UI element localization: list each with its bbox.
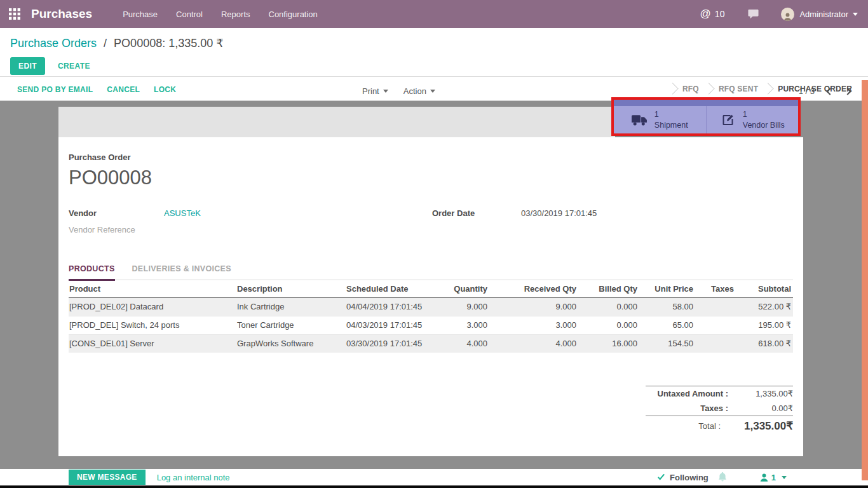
cell-unit-price: 154.50 (639, 334, 695, 353)
form-background: 1Shipment1Vendor Bills Purchase Order PO… (0, 101, 868, 469)
cell-product: [CONS_DEL01] Server (69, 334, 235, 353)
total-value: 1,335.00₹ (729, 419, 793, 433)
cell-billed-qty: 16.000 (578, 334, 639, 353)
print-dropdown[interactable]: Print (362, 86, 388, 96)
pipeline-chevron-icon (703, 83, 714, 94)
new-message-button[interactable]: NEW MESSAGE (69, 470, 146, 485)
column-header-quantity: Quantity (441, 280, 489, 297)
followers-dropdown[interactable]: 1 (760, 473, 787, 482)
taxes-row: Taxes : 0.00₹ (646, 401, 793, 416)
cell-scheduled-date: 03/30/2019 17:01:45 (344, 334, 441, 353)
cell-subtotal: 618.00 ₹ (736, 334, 793, 353)
create-button[interactable]: CREATE (58, 62, 90, 71)
cell-received-qty: 3.000 (489, 316, 578, 334)
untaxed-amount-value: 1,335.00₹ (737, 389, 793, 398)
cell-taxes (695, 297, 736, 316)
order-lines-table: ProductDescriptionScheduled DateQuantity… (69, 280, 793, 353)
fields-right-column: Order Date03/30/2019 17:01:45 (432, 208, 793, 241)
statusbar-button-cancel[interactable]: CANCEL (107, 85, 140, 94)
top-navbar: Purchases PurchaseControlReportsConfigur… (0, 0, 868, 28)
smart-button-shipment[interactable]: 1Shipment (614, 106, 706, 133)
chevron-down-icon (430, 90, 435, 93)
bell-icon[interactable] (718, 472, 727, 482)
cell-quantity: 9.000 (441, 297, 489, 316)
vertical-scrollbar[interactable] (862, 80, 868, 480)
table-row[interactable]: [PROD_DEL02] DatacardInk Cartridge04/04/… (69, 297, 793, 316)
app-title[interactable]: Purchases (31, 7, 92, 21)
tab-products[interactable]: PRODUCTS (69, 264, 115, 281)
column-header-description: Description (235, 280, 344, 297)
action-dropdown[interactable]: Action (403, 86, 435, 96)
field-group: VendorASUSTeKVendor Reference Order Date… (69, 208, 793, 241)
chevron-down-icon (853, 13, 858, 16)
smart-buttons: 1Shipment1Vendor Bills (614, 106, 798, 133)
table-row[interactable]: [PROD_DEL] Switch, 24 portsToner Cartrid… (69, 316, 793, 334)
smart-button-vendor-bills[interactable]: 1Vendor Bills (706, 106, 799, 133)
nav-menu-control[interactable]: Control (176, 10, 203, 19)
page-title: PO00008 (69, 166, 793, 189)
state-rfq[interactable]: RFQ (682, 85, 699, 93)
pager-previous-icon[interactable] (826, 88, 833, 95)
fields-left-column: VendorASUSTeKVendor Reference (69, 208, 432, 241)
taxes-value: 0.00₹ (737, 403, 793, 413)
taxes-label: Taxes : (700, 403, 728, 413)
nav-menu-configuration[interactable]: Configuration (269, 10, 318, 19)
messages-icon[interactable] (747, 9, 759, 20)
chevron-down-icon (383, 90, 388, 93)
untaxed-amount-row: Untaxed Amount : 1,335.00₹ (646, 386, 793, 401)
nav-menu-purchase[interactable]: Purchase (123, 10, 158, 19)
chatter-right-group: Following 1 (657, 472, 787, 482)
user-menu[interactable]: Administrator (781, 8, 858, 21)
column-header-scheduled-date: Scheduled Date (344, 280, 441, 297)
cell-description: Ink Cartridge (235, 297, 344, 316)
cell-taxes (695, 316, 736, 334)
nav-menu-reports[interactable]: Reports (221, 10, 250, 19)
apps-grid-icon[interactable] (9, 8, 20, 20)
followers-count: 1 (771, 473, 776, 482)
bottom-edge-strip (0, 485, 868, 488)
follower-person-icon (760, 473, 768, 482)
following-toggle[interactable]: Following (657, 473, 709, 482)
log-internal-note-link[interactable]: Log an internal note (157, 473, 230, 482)
activity-count: 10 (715, 9, 725, 19)
untaxed-amount-label: Untaxed Amount : (658, 389, 728, 398)
column-header-product: Product (69, 280, 235, 297)
field-label-vendor: Vendor (69, 208, 164, 218)
statusbar-actions: SEND PO BY EMAILCANCELLOCK (17, 83, 190, 95)
field-label-vendor-reference: Vendor Reference (69, 225, 164, 234)
chevron-down-icon (782, 476, 787, 479)
sheet-top-band (58, 107, 615, 137)
pager-next-icon[interactable] (844, 88, 851, 95)
tab-deliveries-invoices[interactable]: DELIVERIES & INVOICES (132, 264, 231, 281)
pager-value: 1 / 3 (799, 86, 815, 96)
smart-button-text: 1Shipment (654, 109, 688, 130)
statusbar-button-lock[interactable]: LOCK (154, 85, 176, 94)
breadcrumb-current: PO00008: 1,335.00 ₹ (114, 37, 224, 50)
print-action-group: Print Action (362, 86, 435, 96)
statusbar-button-send-po-by-email[interactable]: SEND PO BY EMAIL (17, 85, 93, 94)
chatter-bar: NEW MESSAGE Log an internal note Followi… (0, 469, 868, 485)
column-header-taxes: Taxes (695, 280, 736, 297)
truck-icon (632, 114, 648, 126)
user-name: Administrator (799, 10, 848, 19)
cell-unit-price: 58.00 (639, 297, 695, 316)
form-sheet: Purchase Order PO00008 VendorASUSTeKVend… (58, 137, 803, 456)
cell-scheduled-date: 04/03/2019 17:01:45 (344, 316, 441, 334)
doc-type-label: Purchase Order (69, 152, 793, 162)
cell-taxes (695, 334, 736, 353)
activities-button[interactable]: @ 10 (700, 8, 725, 20)
breadcrumb-parent-link[interactable]: Purchase Orders (10, 37, 97, 50)
table-header-row: ProductDescriptionScheduled DateQuantity… (69, 280, 793, 297)
smart-button-count: 1 (743, 109, 785, 119)
field-value-vendor[interactable]: ASUSTeK (164, 208, 201, 218)
state-rfq-sent[interactable]: RFQ SENT (719, 85, 758, 93)
field-row-order-date: Order Date03/30/2019 17:01:45 (432, 208, 793, 218)
totals-block: Untaxed Amount : 1,335.00₹ Taxes : 0.00₹… (646, 386, 793, 436)
notebook-tabs: PRODUCTSDELIVERIES & INVOICES (69, 264, 793, 280)
column-header-received-qty: Received Qty (489, 280, 578, 297)
edit-button[interactable]: EDIT (10, 57, 45, 75)
cell-quantity: 3.000 (441, 316, 489, 334)
pipeline-chevron-icon (762, 83, 773, 94)
avatar-person-icon (783, 13, 792, 21)
table-row[interactable]: [CONS_DEL01] ServerGrapWorks Software03/… (69, 334, 793, 353)
